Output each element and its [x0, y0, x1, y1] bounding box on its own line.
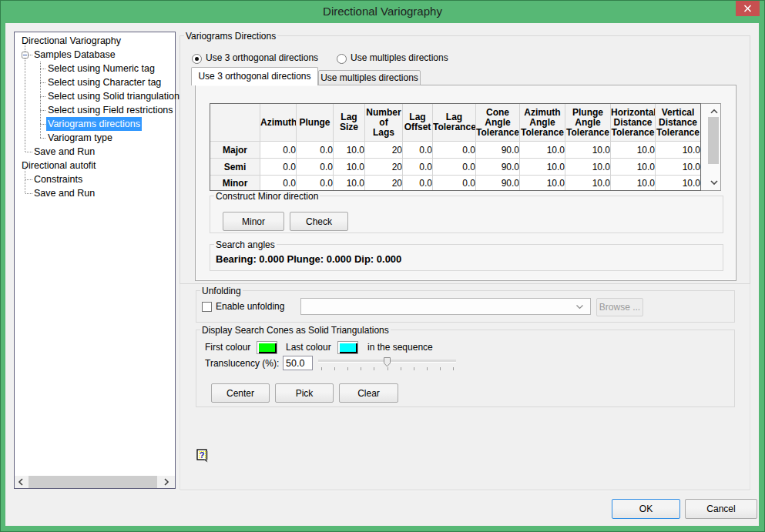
svg-text:?: ? [200, 450, 205, 460]
